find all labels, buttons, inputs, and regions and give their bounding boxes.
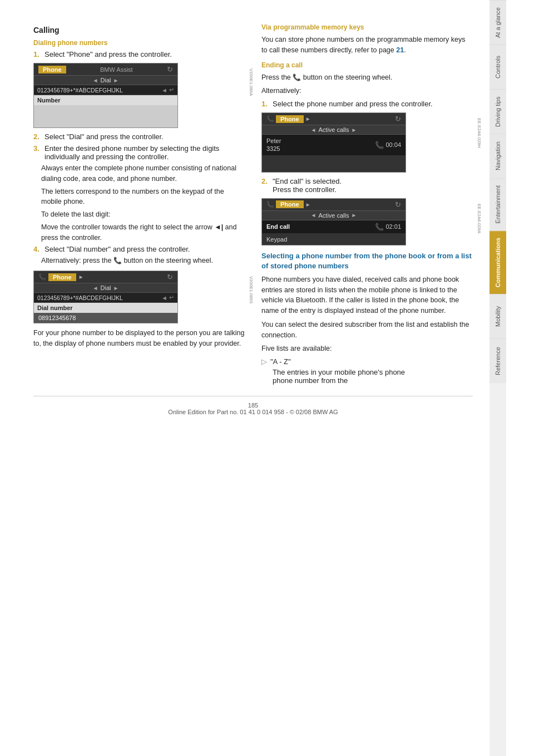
- ec-call-time: 📞 02:01: [375, 223, 401, 231]
- list-item-az-desc: The entries in your mobile phone's phone…: [261, 368, 473, 385]
- ac1-nav-left: ◄: [311, 127, 317, 133]
- step-4-num: 4.: [33, 245, 41, 253]
- ec-endcall-label: End call: [266, 223, 290, 230]
- ec-corner-icon: ↻: [395, 200, 401, 209]
- ending-step-2-text: "End call" is selected.Press the control…: [273, 177, 473, 194]
- screen1-tab-assist: BMW Assist: [96, 66, 137, 73]
- ending-text1: Press the 📞 button on the steering wheel…: [261, 72, 473, 83]
- step-3-text: Enter the desired phone number by select…: [44, 144, 245, 161]
- ec-time-value: 02:01: [385, 223, 401, 230]
- footer-text: Online Edition for Part no. 01 41 0 014 …: [168, 409, 338, 415]
- ending-step-1-text: Select the phone number and press the co…: [273, 100, 473, 108]
- five-lists: Five lists are available:: [261, 343, 473, 354]
- list-arrow-sym: ▷: [261, 357, 268, 366]
- selecting-text1: Phone numbers you have dialed, received …: [261, 274, 473, 316]
- screen2-nav-label: Dial: [101, 284, 111, 291]
- tab-driving-tips[interactable]: Driving tips: [490, 89, 506, 134]
- subsection-title-dialing: Dialing phone numbers: [33, 39, 245, 47]
- screen2-enter-icon: ↵: [169, 294, 174, 301]
- via-section-title: Via programmable memory keys: [261, 23, 473, 31]
- ac1-nav-label: Active calls: [318, 126, 349, 133]
- step-2-text: Select "Dial" and press the controller.: [44, 132, 245, 141]
- ac1-arrow: ►: [305, 116, 311, 122]
- ending-step-2-num: 2.: [261, 177, 269, 194]
- screen1-arrow-right: ►: [113, 77, 118, 84]
- ac1-phone-tab: Phone: [276, 115, 304, 123]
- screen2-number-display: 08912345678: [34, 313, 177, 323]
- ending-alt: Alternatively:: [261, 86, 473, 96]
- tab-controls[interactable]: Controls: [490, 45, 506, 89]
- step-3-detail-2: The letters correspond to the numbers on…: [33, 186, 245, 208]
- step-1-num: 1.: [33, 50, 41, 58]
- ec-keypad-label: Keypad: [266, 236, 287, 243]
- ec-nav-label: Active calls: [318, 212, 349, 219]
- step-3-detail-3: To delete the last digit:: [33, 209, 245, 220]
- screen2-arrow-phone: ►: [78, 274, 84, 280]
- screen1-number-label: Number: [34, 95, 177, 105]
- step-2-num: 2.: [33, 132, 41, 141]
- tab-entertainment[interactable]: Entertainment: [490, 178, 506, 230]
- tab-mobility[interactable]: Mobility: [490, 294, 506, 338]
- list-item-az-desc-text: The entries in your mobile phone's phone: [273, 368, 405, 376]
- ec-nav-right: ►: [352, 212, 357, 218]
- ending-step-1-num: 1.: [261, 100, 269, 108]
- ending-title: Ending a call: [261, 61, 473, 69]
- page-number: 185: [248, 402, 258, 409]
- tab-at-a-glance[interactable]: At a glance: [490, 0, 506, 45]
- screen2-corner-icon: ↻: [167, 273, 173, 281]
- ec-phone-tab: Phone: [276, 200, 304, 208]
- ec-phone-icon: 📞: [266, 201, 274, 208]
- ec-nav-left: ◄: [311, 212, 317, 218]
- selecting-title: Selecting a phone number from the phone …: [261, 251, 473, 271]
- screen1-side-ref: V200E1.080A: [249, 68, 254, 96]
- screen-dial-2: 📞 Phone ► ↻ ◄ Dial ► 0123456789+*#ABCDEF…: [33, 271, 178, 323]
- screen2-tab-phone: Phone: [48, 273, 76, 281]
- screen2-delete-icon: ◄: [161, 294, 167, 301]
- screen1-tab-phone: Phone: [38, 66, 66, 73]
- via-text: You can store phone numbers on the progr…: [261, 35, 473, 56]
- screen1-enter-icon: ↵: [169, 86, 174, 94]
- screen2-nav-left: ◄: [93, 285, 98, 291]
- screen1-delete-icon: ◄: [161, 87, 167, 94]
- step-4-text: Select "Dial number" and press the contr…: [44, 245, 245, 253]
- step-1-text: Select "Phone" and press the controller.: [44, 50, 245, 58]
- ac1-phone-sym: 📞: [375, 141, 384, 149]
- ec-arrow: ►: [305, 202, 311, 208]
- phone-number-from-text: phone number from the: [273, 376, 348, 385]
- screen-active-calls-1: 📞 Phone ► ↻ ◄ Active calls ► Peter3325: [261, 112, 406, 173]
- page-link-21: 21: [396, 46, 404, 54]
- tab-communications[interactable]: Communications: [490, 230, 506, 294]
- ac1-caller-info: Peter3325: [266, 137, 281, 153]
- tab-navigation[interactable]: Navigation: [490, 134, 506, 178]
- ac1-side-ref: EE.E2A6.029H: [477, 118, 482, 148]
- screen-end-call: 📞 Phone ► ↻ ◄ Active calls ► End call: [261, 198, 406, 246]
- screen2-dial-number-label: Dial number: [34, 303, 177, 313]
- side-tabs: At a glance Controls Driving tips Naviga…: [490, 0, 506, 756]
- screen1-corner-icon: ↻: [167, 65, 173, 73]
- list-item-az-label: "A - Z": [270, 357, 291, 366]
- step-3-num: 3.: [33, 144, 41, 161]
- tab-reference[interactable]: Reference: [490, 338, 506, 383]
- screen2-phone-icon: 📞: [38, 273, 46, 281]
- screen1-nav-label: Dial: [101, 77, 111, 84]
- left-footer-note: For your phone number to be displayed to…: [33, 328, 245, 349]
- ec-side-ref: EE.E2A6.029A: [477, 204, 482, 233]
- screen1-input-chars: 0123456789+*#ABCDEFGHIJKL: [37, 87, 123, 94]
- screen1-arrow-left: ◄: [93, 77, 98, 84]
- ec-endcall-row: End call 📞 02:01: [262, 220, 406, 233]
- step-3-detail-1: Always enter the complete phone number c…: [33, 163, 245, 184]
- ac1-call-row: Peter3325 📞 00:04: [262, 135, 406, 155]
- step-3-detail-4: Move the controller towards the right to…: [33, 222, 245, 243]
- page-footer: 185 Online Edition for Part no. 01 41 0 …: [33, 396, 473, 415]
- ac1-corner-icon: ↻: [395, 115, 401, 123]
- section-title-calling: Calling: [33, 26, 245, 35]
- ac1-time-value: 00:04: [385, 141, 401, 148]
- ac1-nav-right: ►: [352, 127, 357, 133]
- list-item-az: ▷ "A - Z": [261, 357, 473, 366]
- ac1-call-time: 📞 00:04: [375, 141, 401, 149]
- step-4-alt: Alternatively: press the 📞 button on the…: [33, 256, 245, 266]
- ec-phone-sym: 📞: [375, 223, 384, 231]
- screen2-input-chars: 0123456789+*#ABCDEFGHIJKL: [37, 294, 123, 301]
- screen-dial-1: Phone BMW Assist ↻ ◄ Dial ► 0123456789+*…: [33, 63, 178, 128]
- selecting-text2: You can select the desired subscriber fr…: [261, 320, 473, 341]
